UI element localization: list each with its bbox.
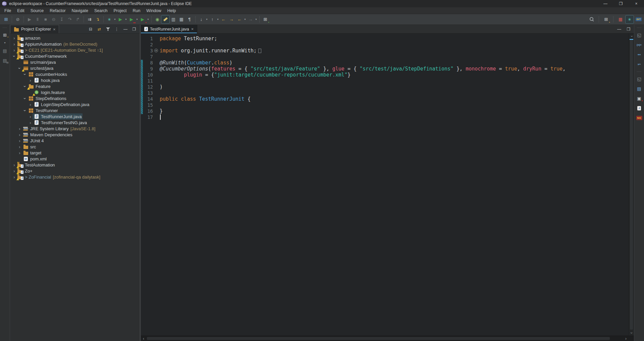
- collapse-all-icon[interactable]: ⊟: [88, 27, 93, 32]
- debug-icon[interactable]: ∗: [105, 15, 113, 23]
- save-icon[interactable]: ▤: [1, 47, 9, 54]
- dropdown-arrow-icon[interactable]: ▾: [136, 18, 139, 21]
- code-line-9[interactable]: 9@CucumberOptions(features = { "src/test…: [141, 66, 629, 72]
- menu-project[interactable]: Project: [111, 7, 130, 14]
- search-icon[interactable]: [588, 15, 596, 23]
- tree-item-amazon[interactable]: ›JMamazon: [10, 35, 140, 41]
- horizontal-scroll-track[interactable]: [146, 336, 623, 341]
- drag-handle[interactable]: ∙∙∙∙: [637, 70, 641, 72]
- run-icon[interactable]: ▶: [116, 15, 124, 23]
- line-number[interactable]: 14: [143, 96, 154, 102]
- minimize-view-icon[interactable]: —: [123, 27, 128, 32]
- dropdown-arrow-icon[interactable]: ▾: [124, 18, 127, 21]
- scroll-up-icon[interactable]: ‹: [629, 34, 634, 39]
- tree-item-cucumberhooks[interactable]: ›cucumberHooks: [10, 71, 140, 77]
- show-whitespace-icon[interactable]: ¶: [185, 15, 194, 23]
- profile-icon[interactable]: ▶●: [139, 15, 147, 23]
- terminate-icon[interactable]: ■: [42, 15, 50, 23]
- vertical-scroll-thumb[interactable]: [630, 40, 633, 330]
- step-into-icon[interactable]: ↧: [58, 15, 66, 23]
- tree-item-stepdefinations[interactable]: ›StepDefinations: [10, 95, 140, 101]
- debug-perspective-button[interactable]: ∗: [626, 15, 634, 23]
- code-line-16[interactable]: 16}: [141, 108, 629, 114]
- drop-to-frame-icon[interactable]: ↴: [94, 15, 102, 23]
- code-line-2[interactable]: 2: [141, 42, 629, 48]
- display-icon[interactable]: ▣●: [636, 95, 643, 102]
- testng-icon[interactable]: NG: [636, 114, 643, 121]
- maximize-editor-icon[interactable]: ❐: [626, 27, 631, 32]
- expressions-icon[interactable]: x+: [636, 61, 643, 67]
- vertical-scroll-track[interactable]: [629, 39, 634, 330]
- close-button[interactable]: ×: [629, 0, 644, 7]
- tab-testrunnerjunit[interactable]: J TestRunnerJunit.java ×: [141, 25, 197, 33]
- expand-chevron-icon[interactable]: ›: [23, 108, 27, 113]
- drag-handle[interactable]: ∙∙∙∙: [637, 27, 641, 29]
- expand-chevron-icon[interactable]: ›: [17, 66, 22, 70]
- expand-chevron-icon[interactable]: ›: [17, 133, 22, 137]
- next-edit-location-icon[interactable]: →: [227, 15, 235, 23]
- line-number[interactable]: 8: [143, 60, 154, 65]
- tree-item-testrunnerjunit-java[interactable]: ›JTestRunnerJunit.java: [10, 113, 140, 119]
- code-line-11[interactable]: 11: [141, 78, 629, 84]
- next-annotation-icon[interactable]: ↓: [197, 15, 205, 23]
- view-menu-icon[interactable]: ⋮: [114, 27, 119, 32]
- breakpoints-icon[interactable]: ●●: [636, 51, 643, 58]
- fold-expand-icon[interactable]: +: [154, 49, 158, 52]
- junit-icon[interactable]: J: [636, 105, 643, 111]
- code-line-13[interactable]: 13: [141, 90, 629, 96]
- expand-chevron-icon[interactable]: ›: [12, 163, 16, 167]
- minimize-button[interactable]: —: [598, 0, 613, 7]
- pause-icon[interactable]: Ⅱ: [34, 15, 42, 23]
- open-view-icon[interactable]: ⊞+: [1, 32, 9, 38]
- expand-chevron-icon[interactable]: ›: [17, 151, 22, 155]
- tree-item-junit-4[interactable]: ›JUnit 4: [10, 138, 140, 144]
- open-perspective-icon[interactable]: ⊞+: [602, 15, 610, 23]
- horizontal-scrollbar[interactable]: ‹ ›: [141, 336, 634, 341]
- menu-file[interactable]: File: [1, 7, 14, 14]
- new-window-icon[interactable]: ⊞: [2, 15, 10, 23]
- dropdown-arrow-icon[interactable]: ▾: [255, 18, 258, 21]
- expand-chevron-icon[interactable]: ›: [12, 48, 16, 52]
- tree-item-src-test-java[interactable]: ›src/test/java: [10, 65, 140, 71]
- tree-item-cucumberframework[interactable]: ›JMCucumberFramework: [10, 53, 140, 59]
- tree-item-appiumautomation[interactable]: ›JMAppiumAutomation (in BeneOccmed): [10, 41, 140, 47]
- line-number[interactable]: 12: [143, 84, 154, 90]
- tree-item-pom-xml[interactable]: ›Mpom.xml: [10, 156, 140, 162]
- external-tools-icon[interactable]: ◉: [153, 15, 161, 23]
- git-perspective-button[interactable]: GIT: [635, 15, 643, 23]
- skip-all-breakpoints-icon[interactable]: ⊘: [14, 15, 22, 23]
- dropdown-arrow-icon[interactable]: ▾: [113, 18, 116, 21]
- show-skipped-frames-icon[interactable]: ⇉: [86, 15, 94, 23]
- dropdown-arrow-icon[interactable]: ▾: [244, 18, 247, 21]
- vertical-scrollbar[interactable]: ‹ ›: [629, 34, 634, 336]
- expand-chevron-icon[interactable]: ›: [17, 139, 22, 143]
- tree-item-ce21-ce21-automation-dev-test-1[interactable]: ›JM> CE21 [CE21-Automation Dev_Test ↑1]: [10, 47, 140, 53]
- menu-refactor[interactable]: Refactor: [47, 7, 68, 14]
- line-number[interactable]: 10: [143, 72, 154, 78]
- tree-item-testautomation[interactable]: ›JMTestAutomation: [10, 162, 140, 168]
- folded-region-icon[interactable]: [258, 49, 261, 53]
- line-number[interactable]: 2: [143, 42, 154, 47]
- mark-occurrences-icon[interactable]: [161, 15, 169, 23]
- java-perspective-button[interactable]: ▦: [616, 15, 625, 23]
- tree-item-feature[interactable]: ›Feature: [10, 83, 140, 89]
- tree-item-maven-dependencies[interactable]: ›Maven Dependencies: [10, 132, 140, 138]
- expand-chevron-icon[interactable]: ›: [23, 84, 27, 89]
- close-icon[interactable]: ×: [191, 27, 194, 31]
- line-number[interactable]: 3+: [143, 48, 154, 53]
- close-icon[interactable]: ×: [53, 27, 56, 32]
- line-number[interactable]: 9: [143, 66, 154, 71]
- code-line-3[interactable]: 3+import org.junit.runner.RunWith;: [141, 48, 629, 54]
- line-number[interactable]: 15: [143, 102, 154, 108]
- save-all-icon[interactable]: ▤▤: [1, 57, 9, 64]
- maximize-view-icon[interactable]: ❐: [131, 27, 137, 32]
- restore-view-icon[interactable]: ◱: [636, 76, 643, 82]
- horizontal-scroll-thumb[interactable]: [147, 337, 610, 340]
- minimize-editor-icon[interactable]: —: [616, 27, 622, 32]
- menu-window[interactable]: Window: [143, 7, 164, 14]
- restore-view-icon[interactable]: ◱: [636, 32, 643, 38]
- console-icon[interactable]: ▤: [636, 85, 643, 92]
- expand-chevron-icon[interactable]: ›: [12, 42, 16, 46]
- line-number[interactable]: 7: [143, 54, 154, 59]
- dropdown-arrow-icon[interactable]: ▾: [3, 41, 6, 44]
